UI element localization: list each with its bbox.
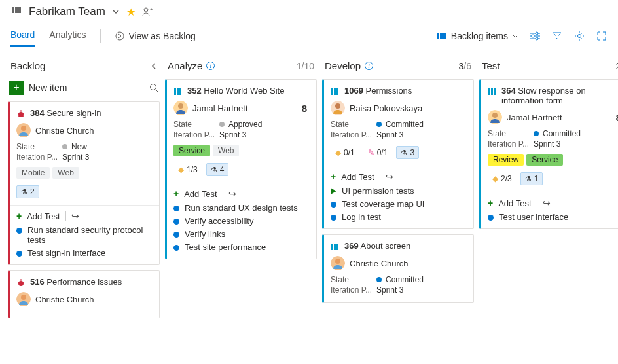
backlog-icon — [437, 31, 447, 41]
svg-text:+: + — [150, 7, 153, 12]
test-item[interactable]: Test sign-in interface — [16, 248, 153, 258]
work-item-id: 369 — [344, 241, 359, 251]
card-1069[interactable]: 1069 Permissions Raisa Pokrovskaya State… — [322, 79, 474, 229]
team-name[interactable]: Fabrikam Team — [29, 5, 105, 18]
work-item-id: 352 — [187, 86, 202, 96]
column-count: 2/6 — [616, 61, 618, 71]
test-item[interactable]: Test user interface — [488, 212, 618, 222]
open-link-icon[interactable]: ↪ — [386, 172, 393, 182]
board: Backlog + New item 384 Secure sign-in Ch… — [0, 48, 618, 323]
tag[interactable]: Service — [526, 154, 563, 166]
tab-analytics[interactable]: Analytics — [49, 24, 86, 47]
add-test-button[interactable]: Add Test — [498, 198, 531, 208]
flask-icon: ⚗ — [525, 175, 532, 183]
backlog-items-dropdown[interactable]: Backlog items — [437, 31, 518, 41]
collapse-column-icon[interactable] — [151, 62, 157, 70]
column-test: Test 2/6 364 Slow response on informatio… — [479, 56, 618, 323]
tag[interactable]: Review — [488, 154, 524, 166]
new-item-label[interactable]: New item — [29, 82, 67, 93]
star-icon[interactable]: ★ — [126, 6, 136, 18]
add-test-button[interactable]: Add Test — [27, 211, 60, 221]
search-icon[interactable] — [149, 83, 158, 92]
people-icon[interactable]: + — [142, 7, 154, 17]
svg-point-54 — [492, 113, 498, 118]
tag[interactable]: Service — [173, 145, 210, 156]
info-icon[interactable]: i — [206, 62, 215, 70]
fullscreen-icon[interactable] — [596, 30, 608, 42]
field-state-label: State — [331, 275, 376, 284]
info-icon[interactable]: i — [365, 62, 373, 70]
task-ratio-badge[interactable]: ◆1/3 — [173, 163, 202, 176]
test-count-badge[interactable]: ⚗1 — [520, 172, 543, 185]
svg-rect-41 — [334, 88, 336, 95]
plus-icon: + — [488, 198, 493, 208]
svg-point-49 — [335, 259, 340, 264]
svg-rect-3 — [12, 10, 14, 13]
iteration-value: Sprint 3 — [376, 285, 403, 295]
column-count: 3/6 — [459, 61, 471, 71]
svg-point-29 — [18, 281, 24, 286]
bullet-icon — [16, 251, 22, 257]
test-item[interactable]: Run standard UX design tests — [173, 203, 310, 213]
tag[interactable]: Mobile — [16, 167, 50, 179]
divider — [10, 205, 159, 206]
tag[interactable]: Web — [52, 167, 79, 179]
card-364[interactable]: 364 Slow response on information form Ja… — [479, 79, 618, 229]
card-352[interactable]: 352 Hello World Web Site Jamal Hartnett … — [165, 79, 317, 259]
card-516[interactable]: 516 Performance issues Christie Church — [8, 270, 160, 318]
add-test-button[interactable]: Add Test — [341, 172, 374, 182]
test-item[interactable]: Verify accessibility — [173, 216, 310, 226]
state-dot-icon — [376, 122, 382, 127]
new-item-row: + New item — [8, 79, 160, 101]
card-369[interactable]: 369 About screen Christie Church StateCo… — [322, 234, 474, 303]
open-link-icon[interactable]: ↪ — [228, 189, 236, 199]
settings-sliders-icon[interactable] — [529, 30, 541, 42]
task-ratio-badge[interactable]: ◆0/1 — [331, 146, 359, 159]
test-item[interactable]: Run standard security protocol tests — [16, 225, 153, 245]
filter-icon[interactable] — [551, 30, 563, 42]
work-item-title: Secure sign-in — [46, 108, 101, 118]
bullet-icon — [331, 202, 336, 208]
plus-icon: + — [173, 189, 179, 199]
test-item[interactable]: UI permission tests — [331, 186, 467, 196]
test-count-badge[interactable]: ⚗4 — [206, 163, 229, 176]
svg-point-18 — [578, 34, 581, 37]
flask-icon: ⚗ — [21, 188, 27, 196]
svg-point-34 — [21, 295, 26, 300]
test-item[interactable]: Verify links — [173, 229, 310, 239]
pink-ratio-badge[interactable]: ✎0/1 — [363, 146, 393, 159]
iteration-value: Sprint 3 — [62, 153, 89, 162]
divider — [324, 166, 473, 166]
test-item[interactable]: Test site performance — [173, 242, 310, 252]
test-count-badge[interactable]: ⚗2 — [16, 185, 39, 198]
page-header: Fabrikam Team ★ + — [0, 0, 618, 24]
test-item[interactable]: Log in test — [331, 212, 467, 222]
field-iteration-label: Iteration P... — [173, 130, 219, 139]
test-item[interactable]: Test coverage map UI — [331, 199, 467, 209]
view-as-backlog-link[interactable]: View as Backlog — [115, 31, 195, 41]
test-count-badge[interactable]: ⚗3 — [396, 146, 419, 159]
backlog-item-icon — [488, 87, 497, 96]
open-link-icon[interactable]: ↪ — [71, 211, 79, 221]
divider — [537, 198, 537, 208]
svg-rect-50 — [488, 88, 490, 95]
flask-icon: ⚗ — [211, 166, 217, 174]
add-test-button[interactable]: Add Test — [184, 189, 217, 199]
toolbar-right: Backlog items — [437, 30, 608, 42]
column-header-test: Test 2/6 — [479, 56, 618, 79]
open-link-icon[interactable]: ↪ — [543, 198, 551, 208]
svg-rect-35 — [174, 88, 176, 95]
svg-line-25 — [18, 116, 19, 117]
tab-board[interactable]: Board — [10, 24, 35, 47]
card-384[interactable]: 384 Secure sign-in Christie Church State… — [8, 101, 160, 265]
new-item-button[interactable]: + — [9, 81, 24, 95]
tag[interactable]: Web — [213, 145, 239, 156]
chevron-down-icon[interactable] — [112, 8, 120, 16]
state-value: Committed — [543, 129, 581, 138]
svg-rect-4 — [15, 10, 18, 13]
avatar — [488, 110, 502, 124]
svg-line-26 — [23, 116, 24, 117]
assignee-name: Christie Church — [350, 259, 409, 268]
task-ratio-badge[interactable]: ◆2/3 — [488, 172, 517, 185]
gear-icon[interactable] — [573, 30, 585, 42]
